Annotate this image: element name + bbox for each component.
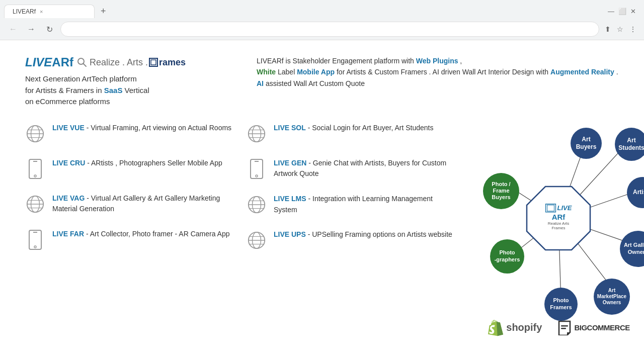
globe-icon-ups (247, 231, 266, 250)
tab-close-button[interactable]: × (40, 9, 43, 15)
logo-arf: ARf (52, 55, 73, 69)
vue-name: LIVE VUE (52, 124, 85, 132)
mobile-app-highlight: Mobile App (297, 68, 335, 76)
ups-name: LIVE UPS (274, 230, 306, 238)
new-tab-button[interactable]: + (97, 4, 110, 19)
refresh-button[interactable]: ↻ (42, 22, 56, 36)
feature-sol: LIVE SOL - Social Login for Art Buyer, A… (247, 123, 458, 144)
bigcommerce-logo: BIGCOMMERCE (557, 320, 629, 335)
vue-desc: - Virtual Framing, Art viewing on Actual… (85, 124, 231, 132)
vue-text: LIVE VUE - Virtual Framing, Art viewing … (52, 123, 231, 134)
center-arf: ARf (542, 212, 575, 221)
svg-rect-25 (251, 159, 263, 178)
cru-name: LIVE CRU (52, 159, 85, 167)
svg-rect-17 (29, 230, 41, 249)
feature-gen: LIVE GEN - Genie Chat with Artists, Buye… (247, 158, 458, 179)
sol-desc: - Social Login for Art Buyer, Art Studen… (306, 124, 434, 132)
far-desc: - Art Collector, Photo framer - AR Camer… (84, 230, 229, 238)
features-section: LIVE VUE - Virtual Framing, Art viewing … (25, 123, 619, 337)
feature-cru: LIVE CRU - ARtists , Photographers Selle… (25, 158, 236, 179)
feature-ups: LIVE UPS - UPSelling Framing options on … (247, 229, 458, 250)
logo-realize-text: Realize . Arts . (90, 57, 148, 68)
shopify-label: shopify (506, 322, 542, 333)
lms-name: LIVE LMS (274, 195, 306, 203)
globe-icon-lms (247, 195, 266, 214)
far-text: LIVE FAR - Art Collector, Photo framer -… (52, 229, 229, 240)
feature-lms: LIVE LMS - Integration with Learning Man… (247, 194, 458, 215)
phone-icon-cru (28, 159, 42, 179)
page-content: LIVE ARf Realize . Arts . rames (0, 40, 644, 347)
vag-name: LIVE VAG (52, 194, 85, 202)
diagram-container: LIVE ARf Realize Arts Frames ArtBuyers A… (468, 123, 644, 314)
features-right: LIVE SOL - Social Login for Art Buyer, A… (247, 123, 458, 337)
cru-icon (25, 159, 45, 179)
tab-bar: LIVEARf × + — ⬜ ✕ (0, 0, 644, 19)
logo-block: LIVE ARf Realize . Arts . rames (25, 55, 226, 108)
cru-text: LIVE CRU - ARtists , Photographers Selle… (52, 158, 222, 169)
node-art-marketplace-owners: ArtMarketPlaceOwners (594, 279, 630, 315)
minimize-icon[interactable]: — (608, 8, 614, 15)
close-icon[interactable]: ✕ (630, 8, 636, 15)
share-icon[interactable]: ⬆ (603, 24, 612, 35)
svg-rect-9 (29, 159, 41, 178)
svg-point-27 (256, 175, 258, 177)
header-section: LIVE ARf Realize . Arts . rames (25, 55, 619, 108)
node-art-buyers: ArtBuyers (571, 128, 602, 159)
vag-icon (25, 194, 45, 214)
address-bar[interactable] (60, 22, 599, 37)
lms-text: LIVE LMS - Integration with Learning Man… (274, 194, 458, 215)
description-block: LIVEARf is Stakeholder Engagement platfo… (257, 55, 619, 108)
svg-line-1 (84, 64, 87, 67)
center-sub: Realize Arts Frames (542, 221, 575, 230)
bookmark-icon[interactable]: ☆ (615, 24, 625, 35)
partner-logos: shopify BIGCOMMERCE (487, 319, 629, 337)
saas-label: SaaS (104, 86, 123, 95)
frame-icon (149, 58, 158, 67)
logo-live: LIVE (25, 55, 52, 69)
white-highlight: White (257, 68, 276, 76)
lms-icon (247, 195, 267, 215)
ups-icon (247, 230, 267, 250)
back-button[interactable]: ← (6, 22, 20, 36)
logo-subtitle: Next Generation ArtTech platform for Art… (25, 73, 226, 108)
logo-line: LIVE ARf Realize . Arts . rames (25, 55, 226, 69)
far-icon (25, 230, 45, 250)
node-photo-framers: PhotoFramers (544, 288, 578, 321)
ar-highlight: Augmented Reality (550, 68, 614, 76)
bigcommerce-label: BIGCOMMERCE (574, 323, 629, 332)
node-photographers: Photo-graphers (490, 239, 524, 274)
feature-far: LIVE FAR - Art Collector, Photo framer -… (25, 229, 236, 250)
svg-point-19 (34, 246, 36, 248)
phone-icon-far (28, 230, 42, 250)
svg-rect-48 (547, 205, 554, 211)
ups-text: LIVE UPS - UPSelling Framing options on … (274, 229, 452, 240)
vag-text: LIVE VAG - Virtual Art Gallery & Art Gal… (52, 193, 236, 215)
octagon-center: LIVE ARf Realize Arts Frames (526, 186, 591, 251)
sol-name: LIVE SOL (274, 124, 306, 132)
gen-name: LIVE GEN (274, 159, 306, 167)
bigcommerce-icon (557, 320, 572, 335)
globe-icon-sol (247, 124, 266, 143)
navigation-bar: ← → ↻ ⬆ ☆ ⋮ (0, 19, 644, 40)
restore-icon[interactable]: ⬜ (618, 8, 626, 15)
phone-icon-gen (250, 159, 264, 179)
sol-text: LIVE SOL - Social Login for Art Buyer, A… (274, 123, 434, 134)
diagram-section: LIVE ARf Realize Arts Frames ArtBuyers A… (468, 123, 644, 337)
feature-vag: LIVE VAG - Virtual Art Gallery & Art Gal… (25, 193, 236, 215)
svg-rect-49 (561, 325, 568, 327)
browser-tab[interactable]: LIVEARf × (4, 5, 95, 18)
gen-icon (247, 159, 267, 179)
svg-rect-3 (151, 60, 156, 65)
ups-desc: - UPSelling Framing options on Artists w… (306, 230, 452, 238)
globe-icon-vag (26, 195, 45, 214)
vue-icon (25, 124, 45, 144)
menu-icon[interactable]: ⋮ (628, 24, 638, 35)
forward-button[interactable]: → (24, 22, 38, 36)
features-left: LIVE VUE - Virtual Framing, Art viewing … (25, 123, 236, 337)
gen-text: LIVE GEN - Genie Chat with Artists, Buye… (274, 158, 458, 179)
center-logo-text: LIVE ARf Realize Arts Frames (542, 203, 575, 230)
svg-rect-50 (561, 328, 566, 329)
center-live: LIVE (557, 204, 572, 212)
center-frame-icon (545, 203, 556, 212)
shopify-bag-icon (487, 319, 503, 337)
